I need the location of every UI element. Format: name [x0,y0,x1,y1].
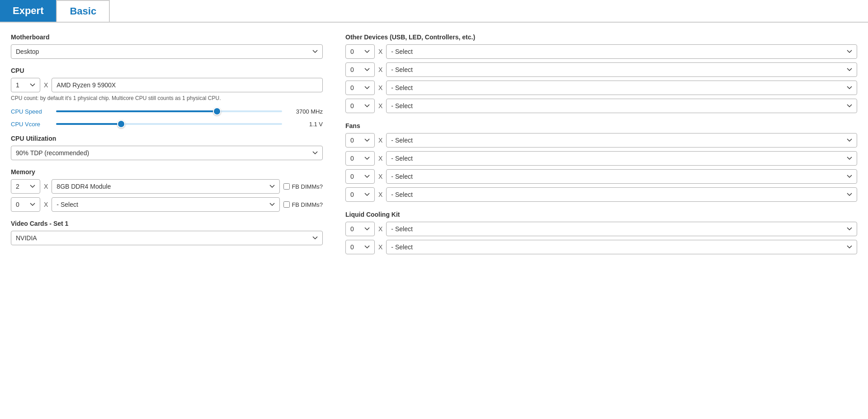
tab-expert[interactable]: Expert [0,0,56,22]
liquid-cooling-x-2: X [378,243,382,251]
cpu-speed-label: CPU Speed [11,108,52,115]
other-device-qty-3[interactable]: 012 [345,81,375,95]
liquid-cooling-row-1: 012 X - Select [345,222,857,236]
motherboard-label: Motherboard [11,33,323,41]
liquid-cooling-label: Liquid Cooling Kit [345,211,857,218]
other-device-x-4: X [378,102,382,110]
fans-label: Fans [345,122,857,129]
cpu-vcore-label: CPU Vcore [11,121,52,128]
memory-row-2: 0123468 X - Select 8GB DDR4 Module 16GB … [11,197,323,212]
main-content: Motherboard Desktop Server Workstation C… [0,33,868,269]
cpu-vcore-slider[interactable] [56,123,282,125]
fan-qty-1[interactable]: 012 [345,133,375,148]
cpu-vcore-row: CPU Vcore 1.1 V [11,119,323,129]
memory-row-1: 0123468 X - Select 8GB DDR4 Module 16GB … [11,179,323,194]
fan-qty-4[interactable]: 012 [345,187,375,202]
other-device-row-2: 012 X - Select [345,62,857,77]
cpu-speed-row: CPU Speed 3700 MHz [11,107,323,116]
other-device-row-4: 012 X - Select [345,99,857,113]
other-devices-label: Other Devices (USB, LED, Controllers, et… [345,33,857,41]
memory-count-select-1[interactable]: 0123468 [11,179,40,194]
fan-x-4: X [378,191,382,198]
fan-row-1: 012 X - Select [345,133,857,148]
liquid-cooling-row-2: 012 X - Select [345,240,857,254]
video-label: Video Cards - Set 1 [11,220,323,227]
cpu-note: CPU count: by default it's 1 physical ch… [11,95,323,101]
cpu-vcore-value: 1.1 V [287,121,323,128]
cpu-name-input[interactable] [52,78,323,92]
fan-select-4[interactable]: - Select [386,187,857,202]
cpu-speed-slider[interactable] [56,110,282,112]
fb-dimm-label-2: FB DIMMs? [283,201,323,208]
liquid-cooling-qty-2[interactable]: 012 [345,240,375,254]
right-panel: Other Devices (USB, LED, Controllers, et… [341,33,857,258]
fan-select-2[interactable]: - Select [386,151,857,166]
liquid-cooling-qty-1[interactable]: 012 [345,222,375,236]
cpu-label: CPU [11,67,323,74]
other-device-x-3: X [378,84,382,91]
cpu-util-label: CPU Utilization [11,135,323,142]
tab-bar: Expert Basic [0,0,868,23]
liquid-cooling-select-2[interactable]: - Select [386,240,857,254]
motherboard-select[interactable]: Desktop Server Workstation [11,44,323,59]
cpu-x-label: X [44,81,48,89]
fan-row-4: 012 X - Select [345,187,857,202]
video-select[interactable]: - Select NVIDIA AMD Intel [11,231,323,245]
other-device-row-1: 012345 X - Select [345,44,857,59]
fan-select-3[interactable]: - Select [386,169,857,184]
fan-row-3: 012 X - Select [345,169,857,184]
cpu-speed-value: 3700 MHz [287,108,323,115]
other-device-x-1: X [378,48,382,55]
other-device-row-3: 012 X - Select [345,81,857,95]
cpu-vcore-slider-container [56,119,282,129]
fb-dimm-checkbox-2[interactable] [283,201,290,208]
memory-type-select-1[interactable]: - Select 8GB DDR4 Module 16GB DDR4 Modul… [52,179,280,194]
fb-dimm-checkbox-1[interactable] [283,183,290,190]
memory-x-label-2: X [44,201,48,208]
fan-select-1[interactable]: - Select [386,133,857,148]
memory-label: Memory [11,168,323,176]
left-panel: Motherboard Desktop Server Workstation C… [11,33,341,258]
fb-dimm-label-1: FB DIMMs? [283,183,323,190]
tab-basic[interactable]: Basic [56,0,110,22]
other-device-select-2[interactable]: - Select [386,62,857,77]
fan-x-2: X [378,155,382,162]
memory-count-select-2[interactable]: 0123468 [11,197,40,212]
cpu-util-select[interactable]: 90% TDP (recommended) 100% TDP 50% TDP [11,146,323,160]
fan-x-1: X [378,137,382,144]
other-device-qty-2[interactable]: 012 [345,62,375,77]
fb-dimm-text-2: FB DIMMs? [292,201,323,208]
memory-x-label-1: X [44,183,48,190]
liquid-cooling-select-1[interactable]: - Select [386,222,857,236]
memory-type-select-2[interactable]: - Select 8GB DDR4 Module 16GB DDR4 Modul… [52,197,280,212]
other-device-select-3[interactable]: - Select [386,81,857,95]
fb-dimm-text-1: FB DIMMs? [292,183,323,190]
fan-x-3: X [378,173,382,180]
fan-qty-2[interactable]: 012 [345,151,375,166]
other-device-x-2: X [378,66,382,73]
other-device-qty-1[interactable]: 012345 [345,44,375,59]
other-device-select-4[interactable]: - Select [386,99,857,113]
fan-qty-3[interactable]: 012 [345,169,375,184]
cpu-row: 1 2 3 4 X [11,78,323,92]
liquid-cooling-x-1: X [378,225,382,233]
fan-row-2: 012 X - Select [345,151,857,166]
other-device-qty-4[interactable]: 012 [345,99,375,113]
cpu-speed-slider-container [56,107,282,116]
cpu-count-select[interactable]: 1 2 3 4 [11,78,40,92]
other-device-select-1[interactable]: - Select [386,44,857,59]
